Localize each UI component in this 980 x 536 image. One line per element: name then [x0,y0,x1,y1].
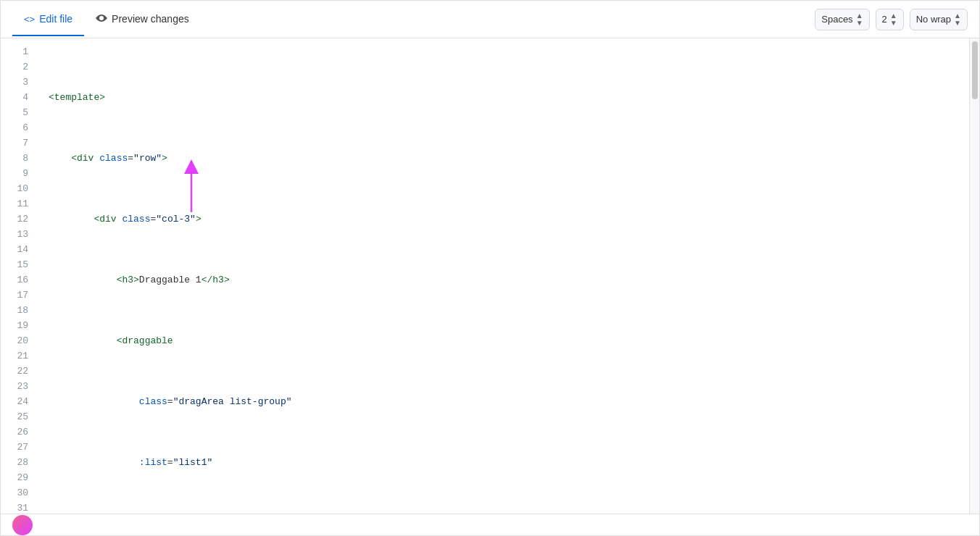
editor-container: <> Edit file Preview changes Spaces ▲ ▼ … [0,0,980,536]
code-line-2: <div class="row"> [49,151,969,166]
spaces-select-wrapper[interactable]: Spaces ▲ ▼ [815,9,869,30]
code-line-7: :list="list1" [49,455,969,470]
tab-edit-label: Edit file [39,13,72,25]
tab-edit[interactable]: <> Edit file [12,3,84,36]
toolbar-right: Spaces ▲ ▼ 2 ▲ ▼ No wrap ▲ ▼ [815,9,968,30]
code-line-1: <template> [49,90,969,105]
annotation-arrow [144,158,217,219]
wrap-label: No wrap [916,14,951,25]
code-content[interactable]: <template> <div class="row"> <div class=… [37,38,969,514]
scrollbar[interactable] [969,38,979,514]
indent-value: 2 [882,14,887,25]
code-editor[interactable]: 1 2 3 4 5 6 7 8 9 10 11 12 13 14 15 16 1… [1,38,979,514]
code-line-3: <div class="col-3"> [49,212,969,227]
eye-icon [96,12,107,26]
tab-preview-label: Preview changes [112,13,189,25]
wrap-select-wrapper[interactable]: No wrap ▲ ▼ [910,9,968,30]
code-line-6: class="dragArea list-group" [49,394,969,409]
toolbar: <> Edit file Preview changes Spaces ▲ ▼ … [1,1,979,38]
bottom-bar [1,514,979,535]
edit-icon: <> [24,14,35,25]
spaces-arrows: ▲ ▼ [856,12,863,27]
tab-preview[interactable]: Preview changes [84,2,201,38]
line-numbers: 1 2 3 4 5 6 7 8 9 10 11 12 13 14 15 16 1… [1,38,37,514]
code-line-4: <h3>Draggable 1</h3> [49,272,969,288]
scrollbar-thumb[interactable] [972,41,978,99]
wrap-arrows: ▲ ▼ [954,12,961,27]
indent-select-wrapper[interactable]: 2 ▲ ▼ [876,9,904,30]
avatar [12,515,33,535]
spaces-label: Spaces [821,14,852,25]
code-line-5: <draggable [49,333,969,348]
indent-arrows: ▲ ▼ [890,12,897,27]
